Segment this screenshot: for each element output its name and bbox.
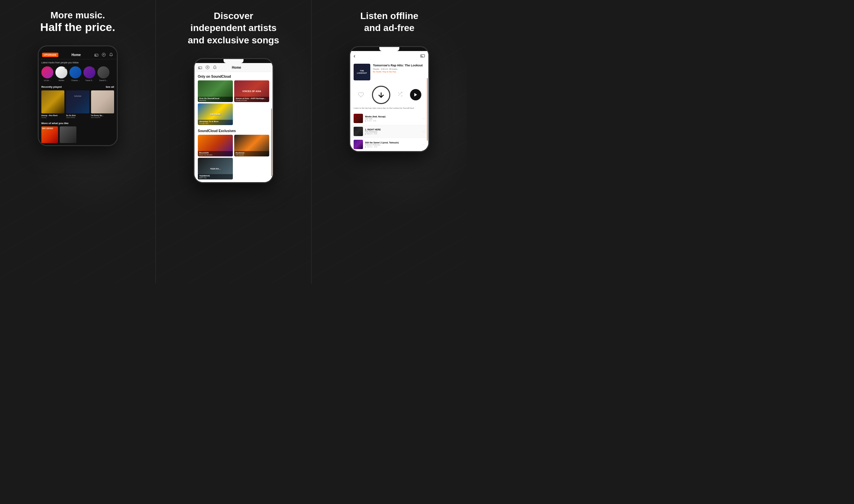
recent-artist-2: Joyce Wrice <box>66 116 89 119</box>
playlist-thumb: THELOOKOUT <box>353 64 370 80</box>
artist-avatar-4 <box>84 66 95 78</box>
playlist-info: THELOOKOUT Tomorrow's Rap Hits: The Look… <box>350 61 428 83</box>
card-ukrainian-sub: Circuits: Ele... <box>199 122 232 124</box>
panel-3: Listen offline and ad-free ‹ THELOOKOUT … <box>311 0 467 284</box>
lookout-label: THELOOKOUT <box>357 70 367 74</box>
card-rican[interactable]: RicanSZN Rican Da Menace <box>198 135 233 157</box>
playlist-title: Tomorrow's Rap Hits: The Lookout <box>373 64 425 67</box>
track-3-more[interactable]: ··· <box>422 143 425 146</box>
card-teen-label: TEENRAVE MATT OX <box>198 174 233 179</box>
exclusives-title: SoundCloud Exclusives <box>198 129 269 133</box>
panel-1: More music. Half the price. UPGRADE Home <box>0 0 156 284</box>
panel-2: Discover independent artists and exclusi… <box>156 0 311 284</box>
card-first[interactable]: First On SoundCloud Moments <box>198 80 233 102</box>
artist-avatar-3 <box>69 66 81 78</box>
artist-name-5: David G... <box>99 79 107 82</box>
card-rackman-sub: 408 Darwin <box>236 154 268 156</box>
more-item-1[interactable]: BAY LEDGES <box>41 126 58 143</box>
back-button[interactable]: ‹ <box>353 53 355 59</box>
upgrade-badge[interactable]: UPGRADE <box>42 53 58 57</box>
phone-2-notch <box>223 59 243 63</box>
cast-icon-2[interactable] <box>198 65 202 70</box>
artist-name-3: "Chance ... <box>71 79 80 82</box>
card-first-label: First On SoundCloud Moments <box>198 97 233 102</box>
more-item-2[interactable] <box>60 126 76 143</box>
artist-item-4[interactable]: Travis S... <box>84 66 95 82</box>
card-ukrainian-label: Ukrainian To & More Circuits: Ele... <box>198 120 233 125</box>
svg-point-4 <box>199 69 199 69</box>
upload-icon[interactable] <box>102 52 106 57</box>
phone-1-screen: UPGRADE Home Latest tracks from people y… <box>39 50 117 145</box>
artist-item-1[interactable]: Lil Uzi ... <box>41 66 53 82</box>
recent-item-1[interactable]: Hoang – Run Back Hoang <box>41 90 65 119</box>
track-2-info: 1. RIGHT HERE Rylo Rodriguez ▶ 592,9 K ·… <box>365 128 420 135</box>
phone-3-nav: ‹ <box>350 51 428 61</box>
track-2-more[interactable]: ··· <box>422 130 425 133</box>
recent-thumb-1 <box>41 90 65 113</box>
panel-1-headline: More music. Half the price. <box>40 10 115 34</box>
heart-button[interactable] <box>357 91 365 98</box>
upload-icon-2[interactable] <box>205 65 210 70</box>
track-2-thumb <box>353 127 363 136</box>
artist-name-1: Lil Uzi ... <box>44 79 51 82</box>
more-title: More of what you like <box>41 122 114 125</box>
bell-icon[interactable] <box>109 52 113 57</box>
avatar-dot-1 <box>51 67 53 69</box>
artist-item-2[interactable]: Skrillex <box>55 66 67 82</box>
download-button[interactable] <box>372 86 390 104</box>
player-controls <box>350 83 428 107</box>
track-2[interactable]: 1. RIGHT HERE Rylo Rodriguez ▶ 592,9 K ·… <box>350 125 428 138</box>
track-1-info: Weeks (feat. Nocap) Luh Tyler ▶ 37,3 K ·… <box>365 115 420 122</box>
artist-item-5[interactable]: David G... <box>97 66 109 82</box>
recent-item-2[interactable]: SoSoSick So So Sick Joyce Wrice <box>66 90 89 119</box>
track-list: Weeks (feat. Nocap) Luh Tyler ▶ 37,3 K ·… <box>350 112 428 151</box>
card-teen[interactable]: TEEN RA... TEENRAVE MATT OX <box>198 158 233 179</box>
phone-1-nav-icons <box>94 52 113 57</box>
recent-artist-3: ana roxanne <box>91 116 114 119</box>
phone-2-home-label: Home <box>217 66 256 69</box>
track-1[interactable]: Weeks (feat. Nocap) Luh Tyler ▶ 37,3 K ·… <box>350 112 428 125</box>
playlist-meta: Playlist · 3:31:13 · 80 tracks <box>373 68 425 70</box>
track-3-thumb <box>353 140 363 149</box>
track-2-stats: ▶ 592,9 K · 5:00 <box>365 133 420 135</box>
play-button[interactable] <box>410 89 421 101</box>
exclusives-section: SoundCloud Exclusives RicanSZN Rican Da … <box>195 128 273 182</box>
panel-2-headline: Discover independent artists and exclusi… <box>188 10 279 47</box>
phone-1-home-label: Home <box>58 53 94 57</box>
artist-name-2: Skrillex <box>58 79 65 82</box>
track-1-stats: ▶ 37,3 K · 3:02 <box>365 120 420 122</box>
artist-avatar-2 <box>55 66 67 78</box>
track-3[interactable]: Still the Same! 2 (prod. Twinuzis) Autum… <box>350 138 428 151</box>
cast-icon[interactable] <box>94 52 99 57</box>
cast-icon-3[interactable] <box>420 53 425 59</box>
headline-line1: More music. <box>40 10 115 21</box>
playlist-description: Listen to the hip-hop stars every day on… <box>350 107 428 112</box>
recently-title: Recently played <box>41 85 62 88</box>
scrollbar-3 <box>427 78 428 140</box>
card-voices-label: Voices of Asia - AAPI Heritage... Clouds… <box>234 97 269 102</box>
playlist-by: By Hustle: Rap & Hip-Hop <box>373 71 425 73</box>
recently-header: Recently played See all <box>41 85 114 88</box>
only-section: Only on SoundCloud First On SoundCloud M… <box>195 72 273 128</box>
track-1-more[interactable]: ··· <box>422 117 425 121</box>
headline-line2: Half the price. <box>40 21 115 34</box>
shuffle-button[interactable] <box>397 91 403 98</box>
artists-row: Lil Uzi ... Skrillex "Chance ... Tr <box>39 65 117 84</box>
recently-played-section: Recently played See all Hoang – Run Back… <box>39 84 117 120</box>
track-1-thumb <box>353 114 363 123</box>
only-grid: First On SoundCloud Moments VOICES OF AS… <box>198 80 269 125</box>
recent-item-3[interactable]: I'm Every Sp... ana roxanne <box>91 90 114 119</box>
card-ukrainian[interactable]: UKRAIN Ukrainian To & More Circuits: Ele… <box>198 103 233 125</box>
track-1-title: Weeks (feat. Nocap) <box>365 115 420 118</box>
phone-1-notch <box>68 47 88 50</box>
card-voices-sub: Clouds of Color <box>236 100 268 102</box>
latest-section-title: Latest tracks from people you follow <box>39 59 117 65</box>
track-3-title: Still the Same! 2 (prod. Twinuzis) <box>365 141 420 144</box>
card-teen-sub: MATT OX <box>199 177 232 179</box>
see-all-link[interactable]: See all <box>106 85 114 88</box>
bell-icon-2[interactable] <box>213 65 217 70</box>
card-voices[interactable]: VOICES OF ASIA Voices of Asia - AAPI Her… <box>234 80 269 102</box>
artist-item-3[interactable]: "Chance ... <box>69 66 81 82</box>
card-rackman[interactable]: Rackman 408 Darwin <box>234 135 269 157</box>
exclusives-grid: RicanSZN Rican Da Menace Rackman 408 Dar… <box>198 135 269 179</box>
